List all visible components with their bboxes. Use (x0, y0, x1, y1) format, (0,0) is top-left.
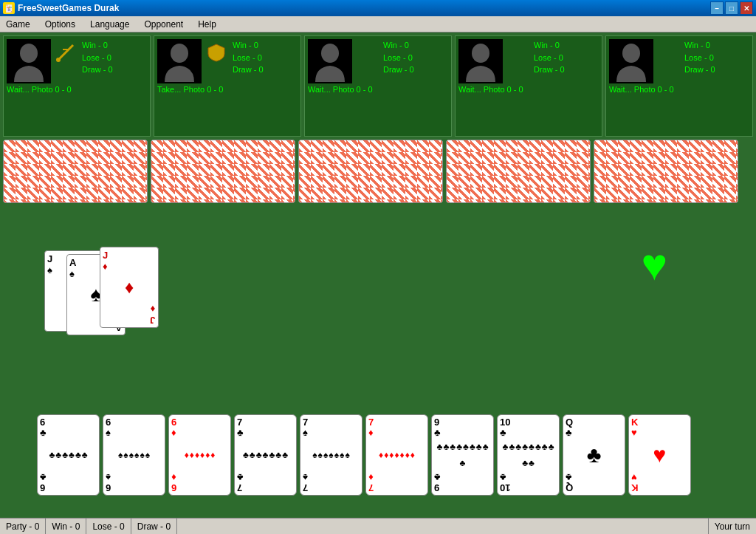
trump-symbol: ♥ (641, 243, 667, 287)
menu-bar: Game Options Language Opponent Help (0, 16, 756, 32)
hand-row[interactable]: 6 ♣ ♣♣♣♣♣♣ 6 ♣ 6 ♠ ♠♠♠♠♠♠ 6 ♠ 6 ♦ ♦♦♦♦♦♦ (37, 414, 691, 496)
player-status-2: Take... Photo 0 - 0 (157, 85, 223, 94)
svg-point-3 (56, 58, 61, 62)
player-stats-1: Win - 0 Lose - 0 Draw - 0 (82, 39, 113, 76)
player-badge-3 (357, 42, 379, 64)
player-status-5: Wait... Photo 0 - 0 (609, 85, 674, 94)
status-lose: Lose - 0 (86, 518, 131, 534)
player-lose-2: Lose - 0 (233, 52, 264, 64)
minimize-button[interactable]: – (710, 1, 724, 15)
player-stats-3: Win - 0 Lose - 0 Draw - 0 (383, 39, 414, 76)
player-avatar-5 (609, 39, 653, 83)
play-area: J♠ J♠ ♠ A♠ A♠ ♠ J♦ J♦ ♦ ♥ (0, 206, 756, 369)
hand-card-3[interactable]: 6 ♦ ♦♦♦♦♦♦ 6 ♦ (168, 414, 231, 496)
close-button[interactable]: ✕ (740, 1, 753, 15)
table-cards: J♠ J♠ ♠ A♠ A♠ ♠ J♦ J♦ ♦ (44, 250, 207, 354)
player-avatar-3 (308, 39, 352, 83)
svg-point-7 (622, 44, 640, 63)
svg-point-0 (20, 44, 38, 63)
card-pile-5 (594, 140, 738, 203)
card-suit-3: J♦ (150, 304, 155, 326)
player-panel-4: Win - 0 Lose - 0 Draw - 0 Wait... Photo … (455, 35, 602, 137)
menu-help[interactable]: Help (195, 18, 219, 31)
hand-card-4[interactable]: 7 ♣ ♣♣♣♣♣♣♣ 7 ♣ (234, 414, 297, 496)
window-controls: – □ ✕ (710, 1, 753, 15)
svg-line-1 (58, 45, 73, 60)
player-win-5: Win - 0 (684, 39, 715, 52)
hand-card-1[interactable]: 6 ♣ ♣♣♣♣♣♣ 6 ♣ (37, 414, 100, 496)
title-bar: 🃏 FreeSweetGames Durak – □ ✕ (0, 0, 756, 16)
hand-card-2[interactable]: 6 ♠ ♠♠♠♠♠♠ 6 ♠ (103, 414, 165, 496)
hand-card-5[interactable]: 7 ♠ ♠♠♠♠♠♠♠ 7 ♠ (300, 414, 362, 496)
player-draw-1: Draw - 0 (82, 64, 113, 76)
menu-language[interactable]: Language (87, 18, 132, 31)
player-badge-5 (658, 42, 680, 64)
player-stats-2: Win - 0 Lose - 0 Draw - 0 (233, 39, 264, 76)
player-win-4: Win - 0 (534, 39, 565, 52)
card-pile-1 (3, 140, 148, 203)
menu-options[interactable]: Options (42, 18, 78, 31)
player-win-1: Win - 0 (82, 39, 113, 52)
card-rank-3: J♦ (103, 250, 156, 272)
player-badge-2 (206, 42, 228, 64)
svg-point-5 (321, 44, 339, 63)
player-avatar-1 (7, 39, 51, 83)
card-piles-row (0, 140, 756, 206)
hand-card-10[interactable]: K ♥ ♥ K ♥ (628, 414, 691, 496)
player-avatar-4 (458, 39, 503, 83)
menu-game[interactable]: Game (3, 18, 33, 31)
hand-card-9[interactable]: Q ♣ ♣ Q ♣ (563, 414, 625, 496)
player-draw-4: Draw - 0 (534, 64, 565, 76)
player-draw-3: Draw - 0 (383, 64, 414, 76)
svg-point-6 (472, 44, 489, 63)
player-status-1: Wait... Photo 0 - 0 (7, 85, 72, 94)
status-your-turn: Your turn (708, 518, 756, 534)
hand-card-7[interactable]: 9 ♣ ♣♣♣♣♣♣♣♣♣ 9 ♣ (431, 414, 494, 496)
player-draw-5: Draw - 0 (684, 64, 715, 76)
player-lose-4: Lose - 0 (534, 52, 565, 64)
player-lose-5: Lose - 0 (684, 52, 715, 64)
svg-point-4 (171, 44, 188, 63)
player-stats-4: Win - 0 Lose - 0 Draw - 0 (534, 39, 565, 76)
player-panel-1: Win - 0 Lose - 0 Draw - 0 Wait... Photo … (3, 35, 151, 137)
player-avatar-2 (157, 39, 202, 83)
player-draw-2: Draw - 0 (233, 64, 264, 76)
restore-button[interactable]: □ (725, 1, 738, 15)
player-lose-1: Lose - 0 (82, 52, 113, 64)
card-pile-4 (446, 140, 591, 203)
menu-opponent[interactable]: Opponent (141, 18, 186, 31)
status-bar: Party - 0 Win - 0 Lose - 0 Draw - 0 Your… (0, 518, 756, 534)
card-pile-3 (298, 140, 443, 203)
hand-card-8[interactable]: 10 ♣ ♣♣♣♣♣♣♣♣♣♣ 10 ♣ (497, 414, 560, 496)
player-win-2: Win - 0 (233, 39, 264, 52)
status-party: Party - 0 (0, 518, 46, 534)
game-area: Win - 0 Lose - 0 Draw - 0 Wait... Photo … (0, 32, 756, 534)
player-stats-5: Win - 0 Lose - 0 Draw - 0 (684, 39, 715, 76)
player-badge-4 (507, 42, 529, 64)
card-pile-2 (151, 140, 295, 203)
player-panel-2: Win - 0 Lose - 0 Draw - 0 Take... Photo … (154, 35, 301, 137)
player-lose-3: Lose - 0 (383, 52, 414, 64)
hand-card-6[interactable]: 7 ♦ ♦♦♦♦♦♦♦ 7 ♦ (365, 414, 428, 496)
status-win: Win - 0 (46, 518, 86, 534)
players-row: Win - 0 Lose - 0 Draw - 0 Wait... Photo … (0, 32, 756, 140)
player-status-3: Wait... Photo 0 - 0 (308, 85, 373, 94)
player-status-4: Wait... Photo 0 - 0 (458, 85, 523, 94)
status-draw: Draw - 0 (131, 518, 177, 534)
app-icon: 🃏 (3, 2, 15, 14)
title-text: FreeSweetGames Durak (18, 3, 119, 13)
player-panel-5: Win - 0 Lose - 0 Draw - 0 Wait... Photo … (605, 35, 753, 137)
player-badge-1 (55, 42, 78, 64)
player-win-3: Win - 0 (383, 39, 414, 52)
player-panel-3: Win - 0 Lose - 0 Draw - 0 Wait... Photo … (304, 35, 452, 137)
